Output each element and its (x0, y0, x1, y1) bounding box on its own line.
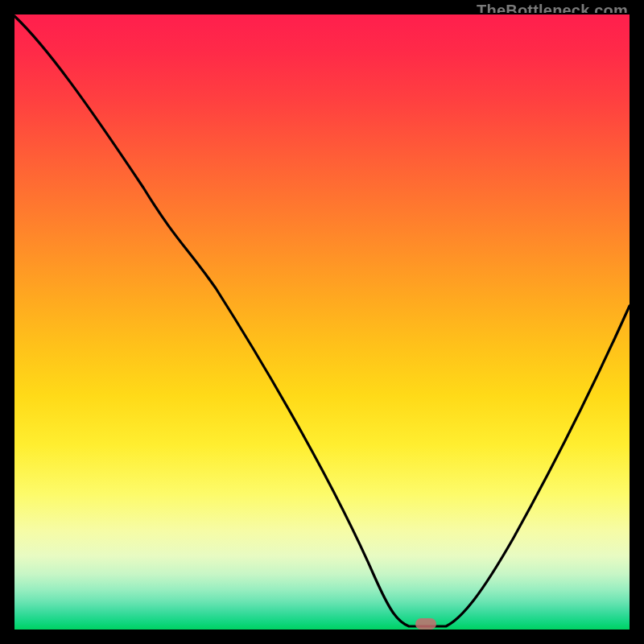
chart-frame: TheBottleneck.com (0, 0, 644, 644)
plot-area-border (13, 13, 631, 631)
gradient-background (14, 14, 630, 630)
